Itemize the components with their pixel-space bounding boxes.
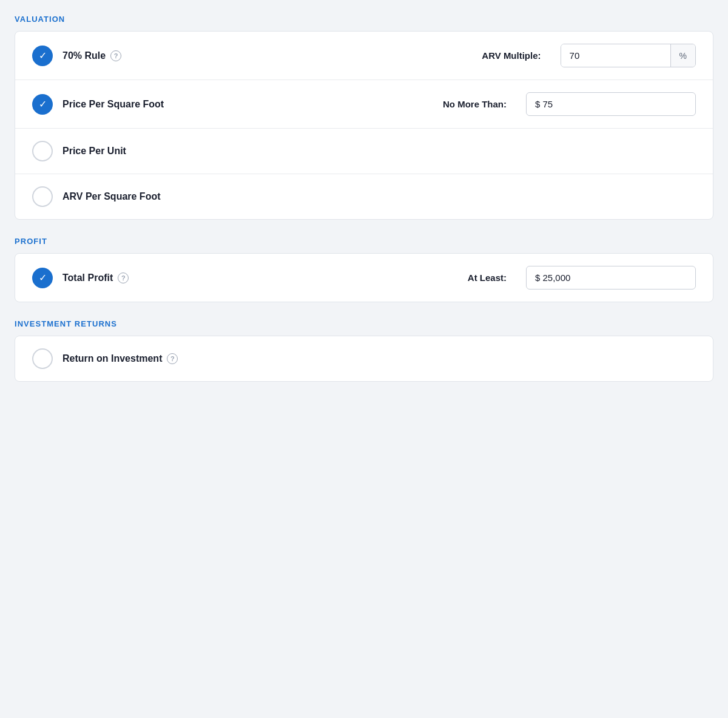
valuation-card: ✓ 70% Rule ? ARV Multiple: % ✓	[15, 31, 713, 220]
return-on-investment-label: Return on Investment ?	[62, 353, 178, 364]
arv-per-sqft-checkbox[interactable]	[32, 186, 53, 207]
price-per-unit-row: Price Per Unit	[15, 129, 713, 174]
price-per-sqft-right: No More Than:	[410, 92, 696, 116]
return-on-investment-row: Return on Investment ?	[15, 336, 713, 381]
profit-section: PROFIT ✓ Total Profit ? At Least:	[15, 237, 713, 302]
at-least-label: At Least:	[410, 273, 507, 283]
seventy-percent-rule-label: 70% Rule ?	[62, 50, 121, 61]
arv-multiple-input[interactable]	[561, 44, 670, 67]
total-profit-input[interactable]	[526, 266, 696, 290]
price-per-sqft-row: ✓ Price Per Square Foot No More Than:	[15, 80, 713, 129]
valuation-section: VALUATION ✓ 70% Rule ? ARV Multiple: %	[15, 15, 713, 220]
seventy-percent-rule-right: ARV Multiple: %	[444, 44, 696, 67]
arv-per-sqft-row: ARV Per Square Foot	[15, 174, 713, 219]
no-more-than-label: No More Than:	[410, 99, 507, 109]
return-on-investment-help-icon[interactable]: ?	[167, 353, 178, 364]
total-profit-checkbox[interactable]: ✓	[32, 268, 53, 288]
seventy-percent-rule-help-icon[interactable]: ?	[110, 50, 121, 61]
total-profit-help-icon[interactable]: ?	[118, 273, 129, 283]
checkmark-icon: ✓	[39, 100, 47, 109]
price-per-unit-checkbox[interactable]	[32, 141, 53, 161]
total-profit-row: ✓ Total Profit ? At Least:	[15, 254, 713, 302]
checkmark-icon: ✓	[39, 51, 47, 61]
checkmark-icon: ✓	[39, 273, 47, 283]
valuation-title: VALUATION	[15, 15, 713, 24]
price-per-sqft-checkbox[interactable]: ✓	[32, 94, 53, 115]
investment-returns-title: INVESTMENT RETURNS	[15, 319, 713, 328]
price-per-unit-label: Price Per Unit	[62, 146, 126, 157]
return-on-investment-checkbox[interactable]	[32, 348, 53, 369]
investment-returns-card: Return on Investment ?	[15, 336, 713, 382]
price-per-sqft-left: ✓ Price Per Square Foot	[32, 94, 410, 115]
seventy-percent-rule-checkbox[interactable]: ✓	[32, 46, 53, 66]
return-on-investment-left: Return on Investment ?	[32, 348, 696, 369]
investment-returns-section: INVESTMENT RETURNS Return on Investment …	[15, 319, 713, 382]
seventy-percent-rule-row: ✓ 70% Rule ? ARV Multiple: %	[15, 32, 713, 80]
percent-suffix: %	[670, 44, 695, 67]
arv-per-sqft-left: ARV Per Square Foot	[32, 186, 696, 207]
arv-multiple-label: ARV Multiple:	[444, 50, 541, 61]
arv-multiple-input-wrapper: %	[561, 44, 696, 67]
profit-card: ✓ Total Profit ? At Least:	[15, 253, 713, 302]
price-per-sqft-input[interactable]	[526, 92, 696, 116]
price-per-unit-left: Price Per Unit	[32, 141, 696, 161]
seventy-percent-rule-left: ✓ 70% Rule ?	[32, 46, 444, 66]
total-profit-label: Total Profit ?	[62, 273, 129, 283]
price-per-sqft-label: Price Per Square Foot	[62, 99, 164, 110]
profit-title: PROFIT	[15, 237, 713, 246]
total-profit-right: At Least:	[410, 266, 696, 290]
total-profit-left: ✓ Total Profit ?	[32, 268, 410, 288]
arv-per-sqft-label: ARV Per Square Foot	[62, 191, 161, 202]
